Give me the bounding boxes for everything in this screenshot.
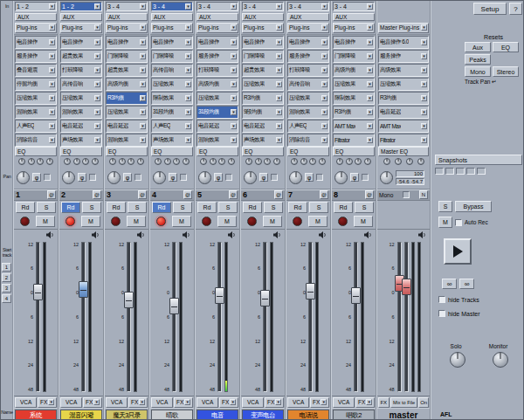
output-select[interactable]: 3 - 4 ▾ (106, 2, 148, 11)
chevron-down-icon[interactable]: ▾ (140, 39, 146, 45)
chevron-down-icon[interactable]: ▾ (276, 39, 282, 45)
eq-knob[interactable] (28, 158, 35, 165)
plugin-slot[interactable]: AMT Max ▾ (378, 120, 429, 133)
solo-button[interactable]: S (218, 202, 238, 213)
plugins-header[interactable]: Plug-ins ▾ (15, 23, 57, 33)
chevron-down-icon[interactable]: ▾ (49, 53, 55, 59)
phase-button[interactable]: φ (214, 173, 223, 182)
chevron-down-icon[interactable]: ▾ (367, 123, 373, 129)
record-ready-button[interactable]: Rd (107, 202, 126, 213)
reset-eq-button[interactable]: EQ (493, 42, 519, 52)
plugin-slot[interactable]: 压缩效果 ▾ (242, 78, 284, 91)
fader-track[interactable] (354, 242, 358, 392)
aux-button[interactable]: AUX (106, 13, 148, 21)
chevron-down-icon[interactable]: ▾ (94, 3, 100, 10)
chevron-down-icon[interactable]: ▾ (321, 53, 328, 59)
automation-icon[interactable]: @ (47, 190, 56, 199)
pan-link-button[interactable] (316, 174, 323, 181)
chevron-down-icon[interactable]: ▾ (48, 399, 54, 405)
plugin-slot[interactable]: 服务操作 ▾ (15, 50, 57, 63)
snapshots-header[interactable]: Snapshots (435, 155, 522, 165)
plugin-slot[interactable]: 电音操作 ▾ (15, 36, 57, 49)
automation-icon[interactable]: @ (93, 190, 101, 199)
chevron-down-icon[interactable]: ▾ (94, 95, 100, 101)
fader-handle[interactable] (79, 281, 88, 298)
pan-knob[interactable] (17, 171, 30, 184)
eq-header[interactable]: EQ (151, 147, 193, 156)
chevron-down-icon[interactable]: ▾ (421, 137, 427, 143)
plugin-slot[interactable]: 门限降噪 ▾ (106, 50, 148, 63)
mute-button[interactable]: M (127, 216, 146, 227)
mute-button[interactable]: M (308, 216, 328, 227)
plugin-slot[interactable]: 电音操作 ▾ (106, 36, 148, 49)
track-name[interactable]: 混音闪避 (60, 410, 102, 420)
aux-button[interactable]: AUX (60, 13, 102, 21)
setup-button[interactable]: Setup (473, 3, 507, 15)
phase-button[interactable]: φ (123, 173, 132, 182)
plugin-slot[interactable]: 高级均衡 ▾ (106, 78, 148, 91)
plugins-header[interactable]: Plug-ins ▾ (106, 23, 148, 33)
link-icon[interactable]: ∞ (459, 279, 474, 289)
plugins-header[interactable]: Plug-ins ▾ (60, 23, 102, 33)
plugin-slot[interactable]: 电音操作 ▾ (287, 36, 329, 49)
chevron-down-icon[interactable]: ▾ (230, 399, 236, 405)
plugin-slot[interactable]: 电音操作 ▾ (60, 36, 102, 49)
eq-knob[interactable] (64, 158, 71, 165)
track-name[interactable]: 变声电台 (242, 410, 284, 420)
chevron-down-icon[interactable]: ▾ (185, 137, 191, 143)
pan-link-button[interactable] (271, 174, 278, 181)
eq-knob[interactable] (355, 158, 362, 165)
chevron-down-icon[interactable]: ▾ (276, 67, 282, 73)
plugin-slot[interactable]: 声场效果 ▾ (151, 134, 193, 147)
record-led[interactable] (111, 217, 121, 226)
mute-button[interactable]: M (172, 216, 191, 227)
plugin-slot[interactable]: 高传音响 ▾ (60, 78, 102, 91)
plugin-slot[interactable]: 停留均衡 ▾ (15, 78, 57, 91)
record-led[interactable] (202, 217, 211, 226)
chevron-down-icon[interactable]: ▾ (321, 123, 328, 129)
record-led[interactable] (338, 217, 348, 226)
chevron-down-icon[interactable]: ▾ (140, 109, 146, 115)
aux-button[interactable]: AUX (151, 13, 193, 21)
plugin-slot[interactable]: 叠音避震 ▾ (15, 64, 57, 77)
chevron-down-icon[interactable]: ▾ (140, 95, 146, 101)
eq-knob[interactable] (395, 158, 402, 165)
chevron-down-icon[interactable]: ▾ (140, 137, 146, 143)
automation-icon[interactable]: @ (229, 190, 238, 199)
eq-knob[interactable] (37, 158, 44, 165)
record-led[interactable] (20, 217, 30, 226)
plugin-slot[interactable]: 消除齿音 ▾ (15, 134, 57, 147)
output-select[interactable]: 3 - 4 ▾ (151, 2, 193, 11)
fader-track[interactable] (36, 242, 40, 392)
chevron-down-icon[interactable]: ▾ (421, 95, 427, 101)
solo-button[interactable]: S (173, 202, 192, 213)
master-plugins-header[interactable]: Master Plug-ins ▾ (378, 23, 429, 33)
record-ready-button[interactable]: Rd (243, 202, 262, 213)
chevron-down-icon[interactable]: ▾ (231, 24, 237, 31)
output-select[interactable]: 1 - 2 ▾ (15, 2, 57, 11)
plugin-slot[interactable]: 电音操作 ▾ (333, 36, 375, 49)
solo-button[interactable]: S (355, 202, 374, 213)
chevron-down-icon[interactable]: ▾ (94, 24, 100, 31)
plugin-slot[interactable]: 打鼓降噪 ▾ (287, 64, 329, 77)
solo-button[interactable]: S (82, 202, 101, 213)
chevron-down-icon[interactable]: ▾ (93, 399, 100, 405)
mute-button[interactable]: M (354, 216, 373, 227)
plugin-slot[interactable]: 压缩效果 ▾ (106, 106, 148, 119)
eq-knob[interactable] (264, 158, 271, 165)
plugin-slot[interactable]: R3均衡 ▾ (106, 92, 148, 105)
plugin-slot[interactable]: 混响效果 ▾ (196, 134, 238, 147)
plugins-header[interactable]: Plug-ins ▾ (333, 23, 375, 33)
chevron-down-icon[interactable]: ▾ (94, 81, 100, 87)
solo-button[interactable]: S (128, 202, 147, 213)
chevron-down-icon[interactable]: ▾ (367, 67, 373, 73)
chevron-down-icon[interactable]: ▾ (276, 95, 282, 101)
phase-button[interactable]: φ (259, 173, 268, 182)
track-name[interactable]: 电话说 (287, 410, 329, 420)
chevron-down-icon[interactable]: ▾ (367, 95, 373, 101)
aux-button[interactable]: AUX (15, 13, 57, 21)
plugin-slot[interactable]: 压缩效果 ▾ (15, 92, 57, 105)
record-ready-button[interactable]: Rd (152, 202, 171, 213)
reset-peaks-button[interactable]: Peaks (465, 54, 491, 65)
chevron-down-icon[interactable]: ▾ (231, 95, 237, 101)
